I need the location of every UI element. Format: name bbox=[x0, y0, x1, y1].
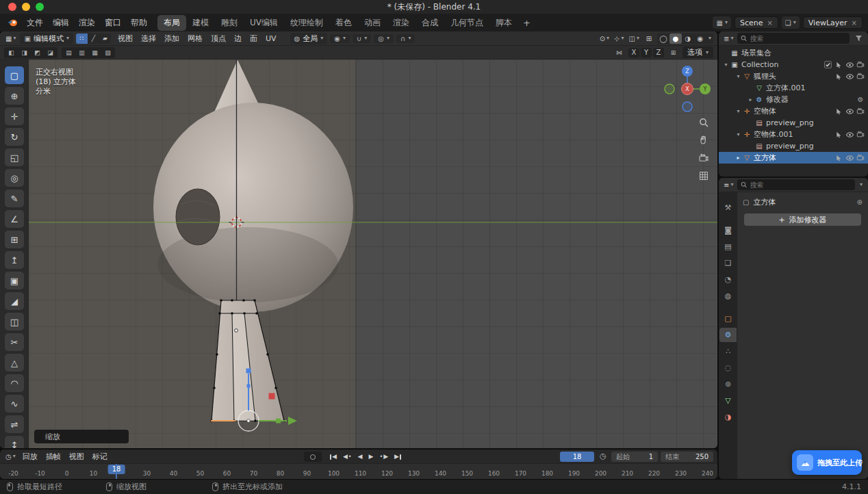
annotate-tool[interactable]: ✎ bbox=[5, 190, 24, 207]
proportional-editing-dropdown[interactable]: ◎▾ bbox=[374, 34, 394, 43]
viewport-menu[interactable]: 顶点 bbox=[207, 33, 230, 44]
outliner-search[interactable] bbox=[737, 33, 850, 44]
outliner-row[interactable]: ▾ ✛ 空物体.001 ⚙ bbox=[719, 129, 868, 140]
frame-start-field[interactable]: 起始1 bbox=[611, 452, 658, 462]
close-icon[interactable]: × bbox=[852, 19, 857, 27]
physics-tab[interactable]: ◌ bbox=[719, 361, 737, 375]
view-layer-tab[interactable]: ❏ bbox=[719, 256, 737, 270]
outliner-row[interactable]: ▾ ▽ 狐狸头 ⚙ bbox=[719, 70, 868, 82]
wireframe-shading-button[interactable]: ◯ bbox=[657, 34, 669, 44]
camera-icon[interactable] bbox=[855, 107, 866, 116]
y-axis-handle[interactable] bbox=[288, 417, 297, 425]
mirror-axis-button[interactable]: Y bbox=[641, 48, 652, 57]
camera-icon[interactable] bbox=[855, 153, 866, 163]
mirror-axis-button[interactable]: X bbox=[628, 48, 639, 57]
tool-settings-icon[interactable]: ▦ bbox=[88, 48, 101, 57]
rendered-shading-button[interactable]: ◉ bbox=[694, 34, 706, 44]
inset-faces-tool[interactable]: ▣ bbox=[5, 272, 24, 289]
workspace-tab[interactable]: 动画 bbox=[358, 15, 387, 31]
vertex-select-mode-button[interactable]: ∷ bbox=[76, 34, 88, 44]
spin-tool[interactable]: ◠ bbox=[5, 374, 24, 392]
timeline-menu[interactable]: 标记 bbox=[88, 451, 112, 463]
workspace-tab[interactable]: 渲染 bbox=[387, 15, 416, 31]
workspace-tab[interactable]: 着色 bbox=[329, 15, 358, 31]
outliner-editor-type-button[interactable]: ≣▾ bbox=[722, 34, 735, 44]
eye-icon[interactable] bbox=[844, 153, 855, 163]
y-axis-ball[interactable]: Y bbox=[703, 86, 707, 92]
active-vertex[interactable] bbox=[235, 329, 238, 333]
blender-logo-icon[interactable] bbox=[5, 17, 19, 28]
snapping-dropdown[interactable]: ∪▾ bbox=[353, 34, 371, 43]
selectable-toggle-icon[interactable] bbox=[833, 107, 844, 116]
tool-settings-icon[interactable]: ▤ bbox=[62, 48, 75, 57]
workspace-tab[interactable]: 纹理绘制 bbox=[284, 15, 329, 31]
selectable-toggle-icon[interactable] bbox=[833, 60, 844, 70]
tool-settings-icon[interactable]: ◩ bbox=[31, 48, 44, 57]
menubar-menu[interactable]: 文件 bbox=[22, 16, 48, 30]
object-data-tab[interactable]: ▽ bbox=[719, 393, 737, 408]
scene-tab[interactable]: ◔ bbox=[719, 272, 737, 287]
expander-icon[interactable]: ▸ bbox=[735, 155, 742, 161]
menubar-menu[interactable]: 窗口 bbox=[100, 16, 126, 30]
output-tab[interactable]: ▤ bbox=[719, 239, 737, 254]
options-dropdown[interactable]: 选项▾ bbox=[682, 47, 713, 58]
scale-tool[interactable]: ◱ bbox=[5, 148, 24, 166]
selectable-toggle-icon[interactable] bbox=[833, 130, 844, 140]
next-keyframe-button[interactable]: •▶ bbox=[377, 452, 390, 462]
workspace-tab[interactable]: 布局 bbox=[157, 15, 186, 31]
timeline-menu[interactable]: 回放 bbox=[18, 451, 42, 463]
viewport-menu[interactable]: 添加 bbox=[160, 33, 183, 44]
outliner-search-input[interactable] bbox=[750, 35, 846, 42]
rotate-tool[interactable]: ↻ bbox=[5, 128, 24, 146]
material-tab[interactable]: ◑ bbox=[719, 410, 737, 424]
timeline-editor-type-button[interactable]: ◷▾ bbox=[4, 452, 17, 462]
workspace-tab[interactable]: UV编辑 bbox=[244, 15, 284, 31]
viewlayer-browse-button[interactable]: ❏▾ bbox=[782, 16, 800, 29]
eye-icon[interactable] bbox=[844, 72, 855, 81]
workspace-tab[interactable]: 脚本 bbox=[489, 15, 518, 31]
outliner-row[interactable]: ▸ ▽ 立方体 ⚙ bbox=[719, 152, 868, 164]
workspace-tab[interactable]: 合成 bbox=[416, 15, 444, 31]
outliner-row[interactable]: ▾ ▣ Collection ⚙ bbox=[719, 59, 868, 70]
menubar-menu[interactable]: 渲染 bbox=[74, 16, 100, 30]
falloff-dropdown[interactable]: ∩▾ bbox=[396, 34, 415, 43]
eye-icon[interactable] bbox=[844, 60, 855, 70]
3d-viewport[interactable]: Z Y X 正交右视图 (18) 立方体 分米 bbox=[29, 60, 717, 448]
world-tab[interactable]: ◍ bbox=[719, 289, 737, 303]
expander-icon[interactable]: ▾ bbox=[722, 62, 730, 68]
viewport-pan-button[interactable] bbox=[698, 135, 709, 146]
auto-keying-toggle[interactable] bbox=[304, 452, 322, 462]
mirror-axis-button[interactable]: Z bbox=[653, 48, 664, 57]
extrude-region-tool[interactable]: ↥ bbox=[5, 251, 24, 269]
scene-selector[interactable]: Scene× bbox=[735, 16, 778, 29]
gizmos-dropdown[interactable]: ⊹▾ bbox=[613, 34, 625, 44]
tool-settings-icon[interactable]: ▧ bbox=[101, 48, 114, 57]
menubar-menu[interactable]: 帮助 bbox=[126, 16, 152, 30]
operator-panel[interactable]: 缩放 bbox=[34, 430, 129, 443]
pivot-point-dropdown[interactable]: ◉▾ bbox=[330, 34, 350, 43]
workspace-tab[interactable]: 几何节点 bbox=[444, 15, 489, 31]
outliner-row[interactable]: ▤ preview_png ⚙ bbox=[719, 140, 868, 152]
smooth-tool[interactable]: ∿ bbox=[5, 395, 24, 413]
timeline-ruler[interactable]: -20-100103040506070809010011012013014015… bbox=[0, 464, 717, 479]
eye-icon[interactable] bbox=[844, 130, 855, 140]
timeline-menu[interactable]: 视图 bbox=[65, 451, 88, 463]
prev-keyframe-button[interactable]: ◀• bbox=[341, 452, 354, 462]
measure-tool[interactable]: ∠ bbox=[5, 210, 24, 228]
bevel-tool[interactable]: ◢ bbox=[5, 292, 24, 310]
close-icon[interactable]: × bbox=[767, 19, 772, 27]
render-tab[interactable]: ◙ bbox=[719, 223, 737, 237]
editor-type-button[interactable]: ▦▾ bbox=[4, 34, 17, 44]
particles-tab[interactable]: ∴ bbox=[719, 344, 737, 359]
mirror-icon[interactable]: ⋈ bbox=[613, 48, 626, 57]
filter-button[interactable] bbox=[852, 34, 865, 44]
camera-icon[interactable] bbox=[855, 60, 866, 70]
object-tab[interactable]: ▢ bbox=[719, 311, 737, 326]
tool-tab[interactable]: ⚒ bbox=[719, 200, 737, 215]
viewport-menu[interactable]: 面 bbox=[246, 33, 261, 44]
tool-settings-icon[interactable]: ◨ bbox=[18, 48, 31, 57]
solid-shading-button[interactable]: ● bbox=[669, 34, 682, 44]
move-tool[interactable]: ✛ bbox=[5, 107, 24, 125]
frame-end-field[interactable]: 结束250 bbox=[661, 452, 713, 462]
viewport-zoom-button[interactable] bbox=[698, 117, 709, 128]
